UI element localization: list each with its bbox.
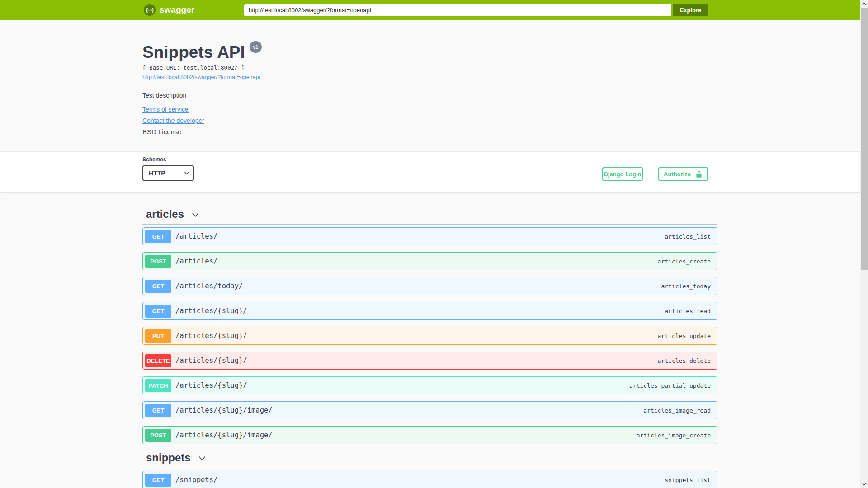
chevron-down-icon — [197, 453, 207, 463]
page-title: Snippets API v1 — [142, 44, 717, 61]
scrollbar-down-arrow-icon[interactable] — [860, 480, 868, 488]
scrollbar-thumb[interactable] — [861, 8, 868, 270]
scrollbar-track[interactable] — [860, 0, 868, 488]
operation-path: /articles/ — [175, 232, 217, 240]
operation-id: articles_update — [658, 333, 711, 339]
method-badge: GET — [145, 474, 171, 487]
authorize-button[interactable]: Authorize — [658, 167, 708, 181]
tag-section-snippets: snippets GET /snippets/ snippets_list — [142, 451, 717, 488]
method-badge: DELETE — [145, 354, 171, 367]
operation-path: /articles/{slug}/ — [175, 381, 247, 389]
operation-path: /articles/{slug}/ — [175, 307, 247, 315]
operation-id: articles_image_read — [643, 407, 711, 414]
schemes-label: Schemes — [142, 156, 166, 163]
operation-path: /articles/{slug}/ — [175, 357, 247, 365]
spec-url-input[interactable] — [244, 4, 671, 16]
opblock-articles-read[interactable]: GET /articles/{slug}/ articles_read — [142, 302, 717, 320]
operations-area: articles GET /articles/ articles_list PO… — [142, 207, 717, 488]
swagger-braces-icon: {⋯} — [144, 4, 156, 16]
opblock-snippets-list[interactable]: GET /snippets/ snippets_list — [142, 471, 717, 488]
opblock-articles-create[interactable]: POST /articles/ articles_create — [142, 252, 717, 270]
django-login-button[interactable]: Django Login — [602, 167, 643, 181]
method-badge: GET — [145, 404, 171, 417]
operation-path: /articles/{slug}/ — [175, 332, 247, 340]
auth-wrapper: Django Login Authorize — [602, 166, 708, 182]
operation-path: /articles/today/ — [175, 282, 243, 290]
unlock-icon — [695, 170, 703, 178]
swagger-logo: {⋯} swagger — [144, 4, 194, 16]
scheme-container: Schemes HTTP Django Login Authorize — [0, 151, 860, 192]
operation-path: /articles/{slug}/image/ — [175, 431, 273, 439]
auth-divider — [647, 166, 647, 182]
operation-path: /articles/{slug}/image/ — [175, 406, 273, 414]
operation-id: articles_read — [665, 308, 711, 314]
opblock-articles-update[interactable]: PUT /articles/{slug}/ articles_update — [142, 327, 717, 345]
operation-id: articles_create — [658, 258, 711, 265]
operation-id: snippets_list — [665, 477, 711, 483]
schemes-select[interactable]: HTTP — [142, 165, 194, 181]
base-url: [ Base URL: test.local:8002/ ] — [142, 64, 717, 71]
opblock-articles-image-read[interactable]: GET /articles/{slug}/image/ articles_ima… — [142, 401, 717, 419]
tag-title: snippets — [146, 451, 191, 464]
method-badge: GET — [145, 230, 171, 243]
license-text: BSD License — [142, 128, 717, 136]
api-title-text: Snippets API — [142, 44, 245, 61]
api-info-section: Snippets API v1 [ Base URL: test.local:8… — [142, 44, 717, 136]
opblock-articles-list[interactable]: GET /articles/ articles_list — [142, 227, 717, 245]
tag-header-articles[interactable]: articles — [142, 207, 717, 225]
brand-title: swagger — [160, 5, 194, 15]
method-badge: GET — [145, 305, 171, 318]
contact-developer-link[interactable]: Contact the developer — [142, 117, 204, 124]
opblock-articles-delete[interactable]: DELETE /articles/{slug}/ articles_delete — [142, 352, 717, 370]
method-badge: GET — [145, 280, 171, 293]
tag-title: articles — [146, 207, 184, 221]
method-badge: PUT — [145, 329, 171, 343]
operation-id: articles_today — [661, 283, 711, 290]
operation-id: articles_partial_update — [629, 382, 711, 389]
operation-id: articles_image_create — [637, 432, 711, 439]
spec-link[interactable]: http://test.local:8002/swagger/?format=o… — [142, 74, 260, 80]
method-badge: POST — [145, 429, 171, 442]
terms-of-service-link[interactable]: Terms of service — [142, 106, 189, 113]
operation-id: articles_delete — [658, 357, 711, 364]
scrollbar-up-arrow-icon[interactable] — [860, 0, 868, 8]
opblock-articles-today[interactable]: GET /articles/today/ articles_today — [142, 277, 717, 295]
explore-button[interactable]: Explore — [673, 4, 708, 16]
opblock-articles-partial-update[interactable]: PATCH /articles/{slug}/ articles_partial… — [142, 376, 717, 394]
api-description: Test description — [142, 92, 717, 99]
operation-path: /snippets/ — [175, 476, 217, 484]
method-badge: PATCH — [145, 379, 171, 392]
operation-path: /articles/ — [175, 257, 217, 265]
operation-id: articles_list — [665, 233, 711, 240]
authorize-label: Authorize — [664, 171, 691, 178]
method-badge: POST — [145, 255, 171, 268]
chevron-down-icon — [190, 210, 200, 220]
tag-header-snippets[interactable]: snippets — [142, 451, 717, 468]
version-badge: v1 — [250, 41, 262, 53]
tag-section-articles: articles GET /articles/ articles_list PO… — [142, 207, 717, 444]
opblock-articles-image-create[interactable]: POST /articles/{slug}/image/ articles_im… — [142, 426, 717, 444]
topbar: {⋯} swagger Explore — [0, 0, 860, 20]
